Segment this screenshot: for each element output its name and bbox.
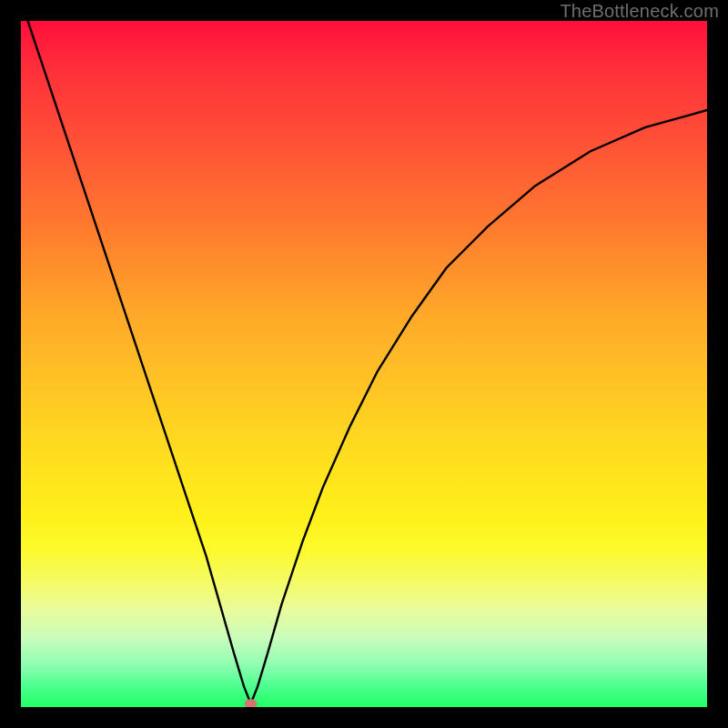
watermark-text: TheBottleneck.com bbox=[560, 1, 719, 22]
plot-svg bbox=[21, 21, 707, 707]
bottleneck-curve bbox=[28, 21, 707, 703]
chart-frame: TheBottleneck.com bbox=[0, 0, 728, 728]
minimum-marker bbox=[245, 699, 258, 707]
